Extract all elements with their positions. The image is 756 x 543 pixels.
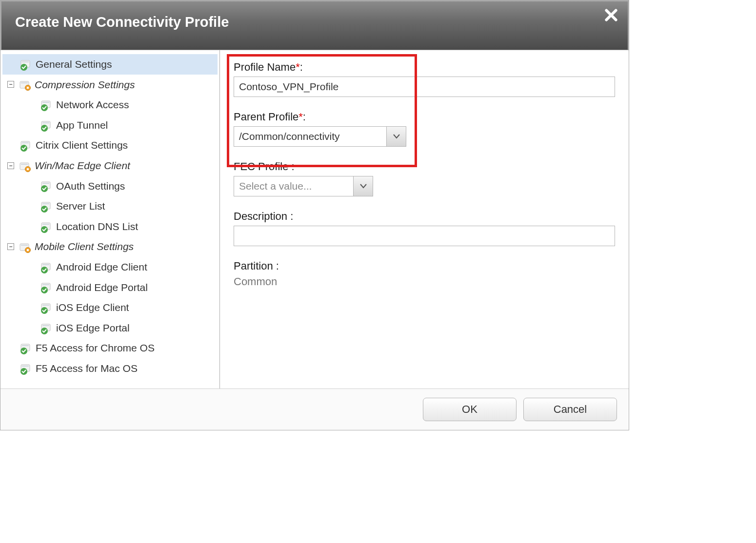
label-parent-profile: Parent Profile*:	[234, 111, 615, 123]
tree-item-oauth[interactable]: OAuth Settings	[2, 176, 218, 196]
fec-profile-select[interactable]	[234, 176, 373, 196]
tree-item-ios-portal[interactable]: iOS Edge Portal	[2, 318, 218, 338]
tree-item-macos[interactable]: F5 Access for Mac OS	[2, 358, 218, 379]
folder-icon	[19, 79, 32, 90]
label-partition: Partition :	[234, 260, 615, 272]
description-input[interactable]	[234, 226, 615, 246]
tree-label: Mobile Client Settings	[35, 238, 134, 255]
tree-label: iOS Edge Client	[56, 299, 129, 316]
tree-label: App Tunnel	[56, 117, 108, 134]
page-check-icon	[40, 323, 53, 333]
field-fec-profile: FEC Profile :	[234, 160, 615, 196]
tree-label: OAuth Settings	[56, 178, 125, 194]
dialog-footer: OK Cancel	[0, 388, 629, 430]
tree-label: Citrix Client Settings	[36, 137, 128, 154]
tree-label: Win/Mac Edge Client	[35, 157, 130, 174]
tree-item-server-list[interactable]: Server List	[2, 196, 218, 216]
tree-label: iOS Edge Portal	[56, 320, 130, 336]
tree-item-android-portal[interactable]: Android Edge Portal	[2, 277, 218, 298]
dialog-titlebar: Create New Connectivity Profile	[0, 0, 629, 50]
form-panel: Profile Name*: Parent Profile*: FEC Prof…	[220, 50, 629, 388]
page-check-icon	[40, 302, 53, 313]
tree-item-general-settings[interactable]: General Settings	[2, 54, 218, 75]
label-profile-name: Profile Name*:	[234, 61, 615, 74]
tree-item-app-tunnel[interactable]: App Tunnel	[2, 115, 218, 136]
tree-group-winmac[interactable]: − Win/Mac Edge Client	[2, 155, 218, 176]
tree-label: Server List	[56, 198, 105, 214]
field-profile-name: Profile Name*:	[234, 61, 615, 97]
collapse-icon[interactable]: −	[7, 81, 14, 88]
page-check-icon	[20, 363, 33, 374]
page-check-icon	[40, 120, 53, 131]
tree-item-ios-client[interactable]: iOS Edge Client	[2, 297, 218, 318]
tree-label: Android Edge Portal	[56, 279, 148, 296]
ok-button[interactable]: OK	[423, 398, 517, 421]
page-check-icon	[40, 180, 53, 191]
tree-item-location-dns[interactable]: Location DNS List	[2, 216, 218, 237]
page-check-icon	[20, 343, 33, 353]
dialog-title: Create New Connectivity Profile	[15, 14, 229, 30]
tree-group-mobile[interactable]: − Mobile Client Settings	[2, 236, 218, 257]
label-description: Description :	[234, 210, 615, 223]
tree-item-chrome[interactable]: F5 Access for Chrome OS	[2, 338, 218, 358]
dialog-create-connectivity-profile: Create New Connectivity Profile General …	[0, 0, 629, 430]
tree-label: F5 Access for Mac OS	[36, 360, 138, 377]
page-check-icon	[40, 201, 53, 212]
nav-tree: General Settings − Compression Settings …	[0, 50, 220, 388]
parent-profile-input[interactable]	[234, 127, 386, 146]
tree-label: Network Access	[56, 97, 129, 113]
tree-item-citrix[interactable]: Citrix Client Settings	[2, 135, 218, 155]
page-check-icon	[40, 221, 53, 232]
field-partition: Partition : Common	[234, 260, 615, 288]
label-fec-profile: FEC Profile :	[234, 160, 615, 173]
page-check-icon	[40, 99, 53, 110]
page-check-icon	[40, 262, 53, 272]
close-icon[interactable]	[604, 8, 618, 22]
collapse-icon[interactable]: −	[7, 162, 14, 169]
folder-icon	[19, 160, 32, 171]
collapse-icon[interactable]: −	[7, 243, 14, 250]
cancel-button[interactable]: Cancel	[523, 398, 617, 421]
tree-label: General Settings	[36, 56, 112, 73]
field-parent-profile: Parent Profile*:	[234, 111, 615, 147]
chevron-down-icon[interactable]	[386, 127, 406, 146]
tree-label: Android Edge Client	[56, 259, 147, 275]
tree-group-compression[interactable]: − Compression Settings	[2, 75, 218, 95]
page-check-icon	[20, 140, 33, 151]
page-check-icon	[20, 59, 33, 70]
tree-label: Location DNS List	[56, 218, 138, 235]
fec-profile-input[interactable]	[234, 176, 353, 196]
parent-profile-select[interactable]	[234, 126, 406, 147]
tree-label: Compression Settings	[35, 77, 135, 93]
partition-value: Common	[234, 275, 615, 288]
dialog-content: General Settings − Compression Settings …	[0, 50, 629, 388]
chevron-down-icon[interactable]	[353, 176, 373, 196]
tree-item-network-access[interactable]: Network Access	[2, 95, 218, 115]
field-description: Description :	[234, 210, 615, 246]
page-check-icon	[40, 282, 53, 292]
folder-icon	[19, 241, 32, 252]
profile-name-input[interactable]	[234, 77, 615, 97]
tree-item-android-client[interactable]: Android Edge Client	[2, 257, 218, 277]
tree-label: F5 Access for Chrome OS	[36, 340, 155, 356]
